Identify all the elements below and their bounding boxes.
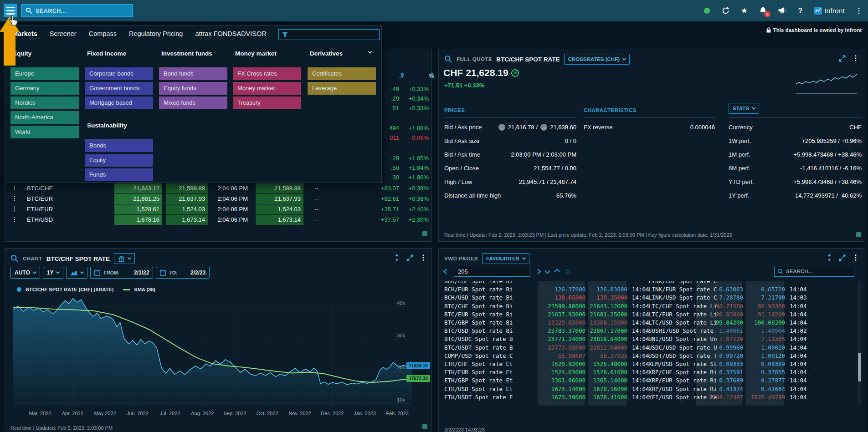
collapse-vertical-icon[interactable]	[826, 254, 832, 261]
last-price-cell: 1,528.61	[114, 204, 162, 214]
menu-item-nordics[interactable]: Nordics	[10, 97, 79, 109]
favourites-star-icon[interactable]: ★	[740, 6, 749, 15]
prices-row: Bid / Ask size0 / 0	[444, 134, 576, 147]
menu-column-investment-funds: Investment fundsBond fundsEquity fundsMi…	[159, 50, 227, 109]
expand-icon[interactable]	[839, 55, 846, 62]
x-axis-label: Jun. 2022	[122, 411, 154, 416]
menu-item-corporate-bonds[interactable]: Corporate bonds	[85, 67, 153, 80]
bid-price-cell: 1,673.14	[166, 215, 208, 225]
annotation-arrow	[4, 31, 15, 66]
topbar-kebab-menu[interactable]: ⋮	[854, 6, 863, 15]
prices-row: Bid / Ask time2:03:00 PM / 2:03:00 PM	[444, 147, 576, 161]
menu-item-certificates[interactable]: Certificates	[308, 67, 376, 80]
vwd-row: USDT/USD Spot rate T0.997201.0012014:04	[442, 352, 862, 360]
row-value: →21,616.78 / →21,639.60	[498, 124, 576, 131]
tab-screener[interactable]: Screener	[50, 30, 77, 37]
row-label: Distance all-time high	[444, 192, 501, 199]
row-value: -1,416.410116 / -6.16%	[800, 165, 862, 172]
page-number-input[interactable]	[454, 266, 530, 277]
change-value: +83.07	[381, 185, 399, 192]
vwd-search-input[interactable]	[786, 269, 841, 274]
refresh-icon[interactable]	[721, 6, 730, 15]
tab-attrax-fondsadvisor[interactable]: attrax FONDSADVISOR	[195, 30, 266, 37]
watchlist-row[interactable]: ⋮ETH/EUR1,528.611,524.032:04:06 PM1,524.…	[5, 204, 431, 214]
instrument-name: LTC/EUR Spot rate Li	[648, 310, 717, 319]
vwd-row: LTC/USD Spot rate Li99.84200100.0820014:…	[442, 319, 862, 327]
ask-value: 0.41664	[761, 385, 785, 393]
page-prev-icon[interactable]	[443, 269, 449, 274]
menu-item-equity-funds[interactable]: Equity funds	[159, 82, 227, 95]
announcements-megaphone-icon[interactable]	[777, 6, 786, 15]
favourites-selector-dropdown[interactable]: FAVOURITES	[482, 253, 529, 264]
bid-value: 0.37591	[719, 368, 743, 376]
row-value: 0 / 0	[565, 137, 576, 144]
menu-item-sustainability-funds[interactable]: Funds	[85, 168, 153, 181]
menu-item-mortgage-based[interactable]: Mortgage based	[85, 97, 153, 109]
page-up-icon[interactable]	[554, 269, 560, 274]
menu-item-sustainability-bonds[interactable]: Bonds	[85, 139, 153, 152]
search-input[interactable]	[36, 8, 118, 14]
row-kebab-menu[interactable]: ⋮	[11, 195, 17, 201]
crossrates-selector-dropdown[interactable]: CROSSRATES (CHF)	[564, 54, 630, 65]
vwd-row: SUSHI/USD Spot rate1.400611.4090414:02	[442, 327, 862, 335]
stats-row: CurrencyCHF	[729, 120, 862, 134]
global-search-box[interactable]	[21, 4, 133, 17]
row-kebab-menu[interactable]: ⋮	[11, 185, 17, 191]
scrollbar-thumb[interactable]	[858, 353, 861, 381]
connection-status-icon	[702, 6, 711, 15]
sort-icon[interactable]	[430, 72, 434, 78]
watchlist-row[interactable]: ⋮BTC/CHF21,643.1221,599.882:04:06 PM21,5…	[5, 183, 431, 193]
ask-value: 91.10200	[758, 310, 785, 319]
menu-item-fx-cross-rates[interactable]: FX Cross rates	[233, 67, 301, 80]
vwd-search-box[interactable]	[774, 266, 854, 277]
page-next-icon[interactable]	[535, 269, 541, 274]
vwd-scrollbar[interactable]	[858, 281, 861, 406]
row-kebab-menu[interactable]: ⋮	[11, 216, 17, 222]
price-chart[interactable]: 10k20k30k40k	[5, 249, 432, 432]
menu-item-sustainability-equity[interactable]: Equity	[85, 154, 153, 167]
menu-item-europe[interactable]: Europe	[10, 67, 79, 80]
page-down-icon[interactable]	[544, 268, 550, 274]
watchlist-row[interactable]: ⋮ETH/USD1,678.161,673.142:04:06 PM1,673.…	[5, 215, 431, 225]
watchlist-row[interactable]: ⋮BTC/EUR21,681.2521,637.932:04:06 PM21,6…	[5, 194, 431, 204]
row-kebab-menu[interactable]: ⋮	[11, 206, 17, 212]
menu-column-equity: EquityEuropeGermanyNordicsNorth-AmericaW…	[10, 50, 79, 138]
menu-item-bond-funds[interactable]: Bond funds	[159, 67, 227, 80]
ask-value: 100.08200	[754, 319, 785, 327]
menu-item-money-market[interactable]: Money market	[233, 82, 301, 95]
change-fragment: .29	[391, 95, 399, 102]
search-icon	[26, 7, 32, 14]
panel-kebab-menu[interactable]: ⋮	[852, 55, 859, 62]
menu-item-north-america[interactable]: North-America	[10, 111, 79, 124]
instrument-name: SUSHI/USD Spot rate	[648, 327, 714, 335]
menu-item-leverage[interactable]: Leverage	[308, 82, 376, 95]
instrument-name: LTC/CHF Spot rate Li	[648, 302, 717, 310]
panel-kebab-menu[interactable]: ⋮	[852, 254, 859, 261]
notifications-bell-icon[interactable]: 5	[758, 6, 767, 15]
favourite-star-icon[interactable]: ☆	[565, 268, 571, 275]
sort-icon[interactable]	[401, 72, 404, 78]
last-price-cell: 1,678.16	[114, 215, 162, 225]
help-icon[interactable]: ?	[796, 6, 805, 15]
stats-selector-dropdown[interactable]: STATS	[729, 103, 759, 114]
panel-kicker: FULL QUOTE	[457, 56, 492, 62]
tab-regulatory-pricing[interactable]: Regulatory Pricing	[129, 30, 183, 37]
menu-item-world[interactable]: World	[10, 126, 79, 138]
menu-item-germany[interactable]: Germany	[10, 82, 79, 95]
change-value: +37.57	[381, 216, 399, 223]
vwd-row: YFI/USD Spot rate Ye7798.124877876.49799…	[442, 393, 862, 402]
menu-item-treasury[interactable]: Treasury	[233, 97, 301, 109]
menu-column-fixed-income: Fixed incomeCorporate bondsGovernment bo…	[85, 50, 153, 181]
menu-filter-box[interactable]	[278, 29, 380, 40]
tab-compass[interactable]: Compass	[89, 30, 117, 37]
prices-row: Open / Close21,554.77 / 0.00	[444, 161, 576, 175]
expand-icon[interactable]	[839, 254, 846, 261]
prices-section-header: PRICES	[444, 107, 465, 113]
menu-item-mixed-funds[interactable]: Mixed funds	[159, 97, 227, 109]
menu-item-government-bonds[interactable]: Government bonds	[85, 82, 153, 95]
stats-row: 1W perf.+205.985259 / +0.96%	[729, 134, 862, 147]
hand-cursor-icon	[7, 15, 18, 26]
bid-value: 0.99720	[719, 352, 743, 360]
quote-time: 14:02	[790, 327, 807, 335]
vwd-pages-panel: VWD PAGES FAVOURITES ⋮ ☆ BCH/CHF Spot ra…	[438, 248, 864, 432]
